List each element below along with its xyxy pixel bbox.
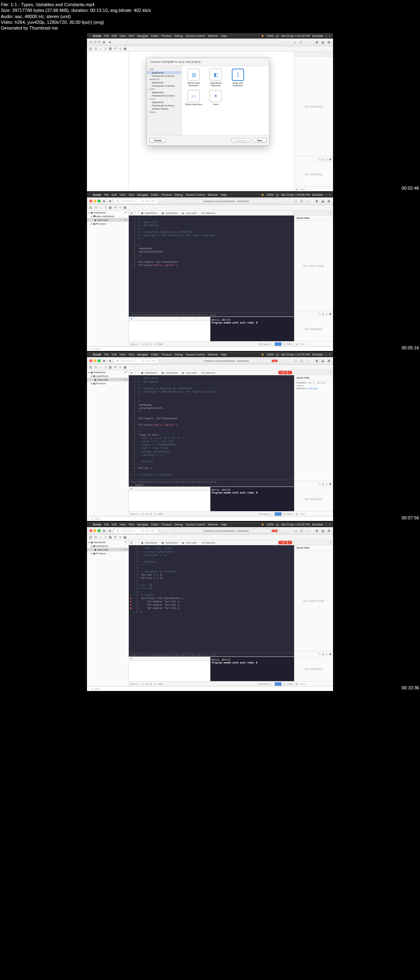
traffic-lights[interactable]: [89, 41, 100, 44]
sheet-title: Choose a template for your new project:: [147, 58, 269, 66]
status-bar: [126, 40, 279, 44]
code-editor[interactable]: 2// main.swift 3// HelloWorld 4// 5// Cr…: [129, 375, 294, 480]
bottom-panel-icon[interactable]: ⬓: [321, 40, 325, 44]
jump-bar[interactable]: ⊞〈〉 ▣HelloWorld〉 ▦HelloWorld〉 ◆main.swif…: [129, 211, 294, 216]
code-editor[interactable]: 22 - bool = true, false 23 - string "awf…: [129, 545, 294, 652]
new-project-sheet: Choose a template for your new project: …: [146, 57, 269, 146]
editor-mode-icon[interactable]: ▭: [293, 40, 297, 44]
battery-icon: ⚡: [261, 34, 265, 38]
previous-button[interactable]: Previous: [231, 138, 250, 143]
stop-button[interactable]: ■: [108, 199, 112, 203]
navigator: [87, 52, 129, 191]
menubar: XcodeFileEditViewFindNavigateEditorProdu…: [87, 33, 333, 39]
template-grid[interactable]: ▤Master-Detail Application ◧Page-Based A…: [182, 66, 269, 135]
left-panel-icon[interactable]: ◧: [315, 40, 319, 44]
project-navigator[interactable]: ▸ ▣ HelloWorldM ▾ �folder HelloWorld ◆ m…: [87, 211, 129, 346]
menubar-menus[interactable]: XcodeFileEditViewFindNavigateEditorProdu…: [93, 34, 227, 37]
file-inspector-icon[interactable]: ▯: [327, 53, 329, 56]
console[interactable]: Hello, World!Program ended with exit cod…: [210, 317, 294, 341]
code-editor[interactable]: 1// 2// main.swift 3// HelloWorld 4// 5/…: [129, 216, 294, 312]
version-icon[interactable]: ↔: [304, 40, 308, 44]
filter-icon: ▦: [296, 188, 298, 190]
run-button[interactable]: ▶: [102, 40, 106, 44]
search-icon[interactable]: ⌕: [325, 34, 327, 37]
help-inspector-icon[interactable]: ?: [330, 53, 331, 55]
scheme-selector[interactable]: ▣HelloWorld〉🖥My Mac: [114, 198, 159, 204]
assistant-icon[interactable]: ◫: [299, 40, 303, 44]
debug-area: ● Hello, World!Program ended with exit c…: [129, 317, 294, 341]
utilities: ▯? No Selection ▢{}◎▣ No Matches ▦Filter: [294, 52, 333, 191]
stop-button[interactable]: ■: [108, 40, 112, 44]
template-categories[interactable]: iOS Application Framework & Library watc…: [147, 66, 182, 135]
cancel-button[interactable]: Cancel: [149, 138, 166, 143]
run-button[interactable]: ▶: [102, 199, 106, 203]
wifi-icon: ((•: [276, 34, 279, 37]
navigator-tabs[interactable]: ▤◎⌕⚠▦⟳⎋▣: [87, 46, 333, 52]
lib-icon[interactable]: ▢: [318, 158, 321, 161]
right-panel-icon[interactable]: ◨: [326, 40, 331, 44]
notif-icon[interactable]: ≡: [329, 34, 331, 37]
next-button[interactable]: Next: [253, 138, 267, 143]
window-toolbar: ▶ ■ ▭ ◫ ↔ ◧ ⬓ ◨: [87, 39, 333, 46]
video-metadata: File: 1-1 - Types, Variables and Constan…: [0, 0, 420, 32]
